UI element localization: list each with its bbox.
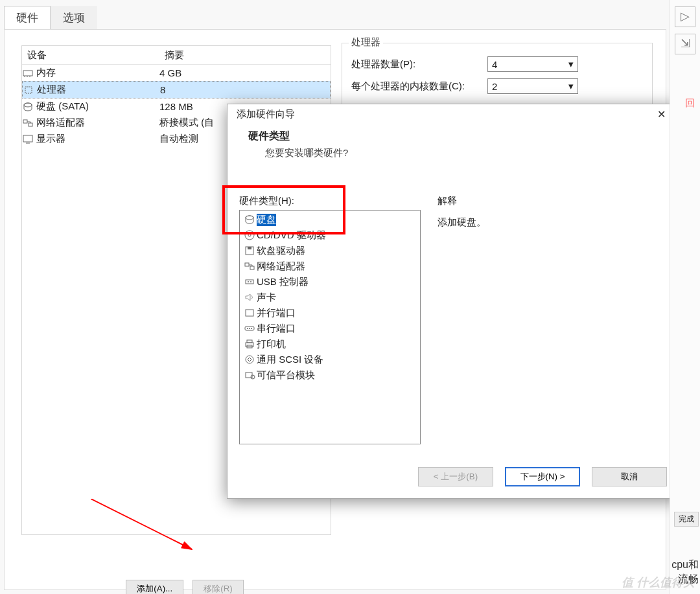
explain-text: 添加硬盘。 [438,216,667,229]
device-row[interactable]: 处理器8 [22,81,331,98]
hw-type-label: 硬件类型(H): [239,195,421,207]
sound-icon [242,291,257,303]
hw-type-label: USB 控制器 [257,276,309,288]
svg-point-33 [246,356,253,363]
right-sidebar: ▷ ⇲ 回 完成 [670,0,700,594]
back-button: < 上一步(B) [418,467,493,486]
usb-icon [242,276,257,288]
cropped-text: 回 [685,97,695,109]
cancel-button[interactable]: 取消 [592,467,667,486]
tab-options[interactable]: 选项 [51,6,97,30]
svg-rect-4 [25,87,32,93]
hw-type-item[interactable]: 并行端口 [240,305,420,321]
svg-point-35 [251,375,255,379]
cores-dropdown[interactable]: 2▾ [487,78,578,94]
hw-type-label: 网络适配器 [257,260,305,273]
svg-point-24 [250,281,251,282]
device-row[interactable]: 内存4 GB [22,65,331,81]
chevron-down-icon: ▾ [568,58,574,70]
hw-type-label: 软盘驱动器 [257,245,305,257]
hw-type-label: 硬盘 [257,214,276,226]
svg-point-27 [247,328,248,329]
remove-button: 移除(R) [192,580,244,594]
device-name: 处理器 [37,84,160,96]
close-icon[interactable]: ✕ [650,108,672,120]
printer-icon [242,338,257,350]
next-button[interactable]: 下一步(N) > [505,467,580,486]
svg-rect-6 [23,120,27,123]
svg-point-23 [248,281,249,282]
right-settings: 处理器 处理器数量(P): 4▾ 每个处理器的内核数量(C): 2▾ [342,43,653,108]
modal-question: 您要安装哪类硬件? [248,143,664,159]
svg-point-13 [246,216,253,220]
cpu-icon [23,84,37,96]
svg-rect-7 [29,123,32,126]
svg-rect-0 [23,71,32,76]
hw-type-label: CD/DVD 驱动器 [257,229,326,242]
add-hardware-wizard: 添加硬件向导 ✕ 硬件类型 您要安装哪类硬件? 硬件类型(H): 硬盘CD/DV… [227,104,679,499]
col-device: 设备 [22,49,165,62]
proc-count-dropdown[interactable]: 4▾ [487,56,578,72]
settings-tabs: 硬件 选项 [4,8,97,30]
port-icon [242,307,257,319]
hw-type-item[interactable]: 网络适配器 [240,258,420,274]
svg-rect-25 [246,310,253,316]
device-summary: 4 GB [159,67,331,78]
serial-icon [242,323,257,334]
svg-point-14 [245,231,254,240]
modal-title: 添加硬件向导 [237,108,295,120]
svg-rect-22 [246,280,253,284]
hw-type-label: 可信平台模块 [257,369,315,382]
cropped-text: 完成 [674,512,699,527]
side-icon[interactable]: ⇲ [675,34,695,54]
hw-type-item[interactable]: 可信平台模块 [240,367,420,383]
tab-hardware[interactable]: 硬件 [4,6,51,30]
device-name: 内存 [36,67,159,79]
hw-type-item[interactable]: 串行端口 [240,321,420,336]
hw-type-label: 通用 SCSI 设备 [257,354,323,366]
net-icon [242,260,257,272]
device-summary: 8 [160,84,330,95]
svg-rect-31 [247,340,252,343]
scsi-icon [242,354,257,365]
hw-type-label: 声卡 [257,291,276,304]
cd-icon [242,229,257,241]
cropped-text: cpu和 [671,558,699,572]
device-name: 显示器 [36,133,159,145]
svg-point-29 [251,328,252,329]
svg-rect-19 [250,266,254,269]
hw-type-label: 并行端口 [257,307,296,319]
hw-type-item[interactable]: USB 控制器 [240,274,420,290]
side-icon[interactable]: ▷ [675,6,695,27]
modal-heading: 硬件类型 [248,130,664,143]
tpm-icon [242,369,257,381]
hw-type-item[interactable]: 打印机 [240,336,420,352]
hw-type-item[interactable]: 硬盘 [240,212,420,227]
net-icon [22,117,36,129]
device-name: 网络适配器 [36,117,159,129]
ram-icon [22,67,36,79]
chevron-down-icon: ▾ [568,80,574,92]
add-button[interactable]: 添加(A)... [126,580,183,594]
display-icon [22,133,36,145]
device-name: 硬盘 (SATA) [36,100,159,113]
svg-point-28 [249,328,250,329]
watermark: 值 什么值得买 [622,575,695,590]
hw-type-item[interactable]: 声卡 [240,290,420,305]
hw-type-item[interactable]: 通用 SCSI 设备 [240,352,420,367]
processor-legend: 处理器 [349,36,383,49]
cores-label: 每个处理器的内核数量(C): [351,80,487,93]
hw-type-label: 打印机 [257,338,286,350]
hw-type-item[interactable]: 软盘驱动器 [240,243,420,258]
svg-point-5 [24,103,32,107]
svg-rect-18 [245,263,249,266]
hw-type-item[interactable]: CD/DVD 驱动器 [240,227,420,243]
disk-icon [242,214,257,225]
hw-type-label: 串行端口 [257,323,296,335]
svg-rect-10 [23,135,32,142]
hw-type-list[interactable]: 硬盘CD/DVD 驱动器软盘驱动器网络适配器USB 控制器声卡并行端口串行端口打… [239,210,421,444]
proc-count-label: 处理器数量(P): [351,58,487,71]
explain-label: 解释 [438,195,667,207]
disk-icon [22,101,36,113]
svg-rect-17 [248,247,251,249]
